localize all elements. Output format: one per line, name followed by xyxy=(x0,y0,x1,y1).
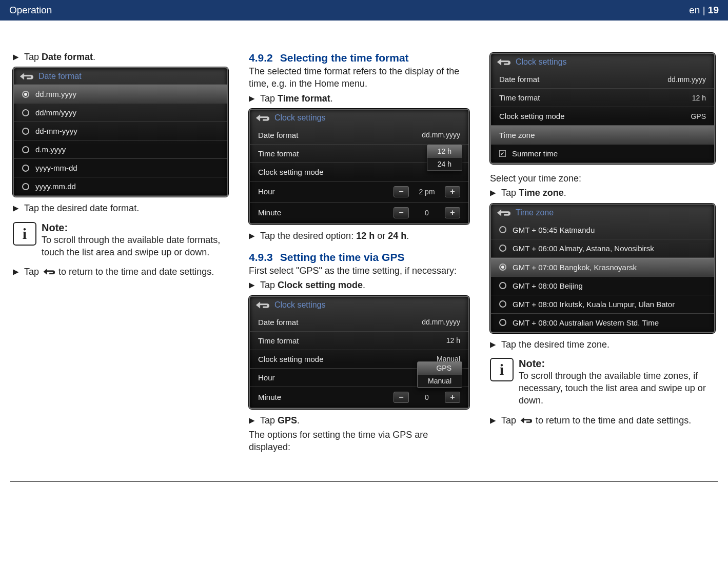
section-title: Operation xyxy=(9,5,52,16)
minus-button[interactable]: − xyxy=(393,207,409,218)
list-item-label: dd/mm/yyyy xyxy=(35,108,76,117)
plus-button[interactable]: + xyxy=(445,392,460,403)
row-clock-setting-mode[interactable]: Clock setting modeGPS xyxy=(491,107,714,126)
list-item[interactable]: dd.mm.yyyy xyxy=(14,85,227,104)
list-item[interactable]: GMT + 07:00 Bangkok, Krasnoyarsk xyxy=(491,258,714,277)
intro-4-9-3: First select "GPS" as the time setting, … xyxy=(249,265,469,277)
list-item-label: GMT + 08:00 Australian Western Std. Time xyxy=(513,318,659,327)
radio-icon[interactable] xyxy=(22,109,29,116)
list-item[interactable]: GMT + 08:00 Irkutsk, Kuala Lumpur, Ulan … xyxy=(491,295,714,314)
device-title: Clock settings xyxy=(516,57,567,67)
note-time-zone: i Note: To scroll through the available … xyxy=(490,358,715,407)
column-2: 4.9.2 Selecting the time format The sele… xyxy=(249,49,469,456)
back-icon[interactable] xyxy=(496,57,510,67)
minus-button[interactable]: − xyxy=(393,392,409,403)
back-icon[interactable] xyxy=(19,71,33,82)
row-hour: Hour − 2 pm + xyxy=(250,181,468,202)
info-icon: i xyxy=(490,358,514,381)
gps-after-text: The options for setting the time via GPS… xyxy=(249,429,469,454)
row-date-format[interactable]: Date formatdd.mm.yyyy xyxy=(491,70,714,89)
radio-icon[interactable] xyxy=(499,282,506,289)
note-title: Note: xyxy=(519,358,715,370)
step-tap-date-format: ▶ Tap Date format. xyxy=(13,51,228,63)
step-tap-time-zone: ▶ Tap Time zone. xyxy=(490,187,715,199)
radio-icon[interactable] xyxy=(22,146,29,153)
step-tap-clock-setting-mode: ▶ Tap Clock setting mode. xyxy=(249,279,469,291)
note-text: To scroll through the available time zon… xyxy=(519,370,715,407)
screenshot-time-format: Clock settings Date formatdd.mm.yyyy Tim… xyxy=(249,109,469,225)
radio-icon[interactable] xyxy=(22,183,29,190)
step-tap-desired-time-format: ▶ Tap the desired option: 12 h or 24 h. xyxy=(249,230,469,242)
list-item-label: dd.mm.yyyy xyxy=(35,90,76,98)
step-tap-back-2: ▶ Tap to return to the time and date set… xyxy=(490,414,715,427)
row-hour: Hour GPS Manual xyxy=(250,369,468,387)
plus-button[interactable]: + xyxy=(445,186,460,197)
radio-icon[interactable] xyxy=(22,128,29,135)
tz-intro: Select your time zone: xyxy=(490,172,715,185)
radio-icon[interactable] xyxy=(22,91,29,98)
back-icon[interactable] xyxy=(496,208,510,218)
plus-button[interactable]: + xyxy=(445,207,460,218)
radio-icon[interactable] xyxy=(499,245,506,252)
hour-stepper: − 2 pm + xyxy=(393,186,460,197)
list-item[interactable]: GMT + 08:00 Australian Western Std. Time xyxy=(491,314,714,332)
step-tap-gps: ▶ Tap GPS. xyxy=(249,414,469,427)
row-clock-setting-mode[interactable]: Clock setting mode 12 h 24 h xyxy=(250,163,468,181)
dropdown-time-format: 12 h 24 h xyxy=(427,145,462,171)
device-titlebar: Date format xyxy=(14,68,227,85)
option-manual[interactable]: Manual xyxy=(418,375,462,388)
row-date-format[interactable]: Date formatdd.mm.yyyy xyxy=(250,313,468,332)
list-item[interactable]: yyyy-mm-dd xyxy=(14,159,227,177)
list-item-label: GMT + 08:00 Beijing xyxy=(513,281,583,290)
back-icon[interactable] xyxy=(255,113,269,123)
minute-stepper: − 0 + xyxy=(393,207,460,218)
list-item[interactable]: GMT + 06:00 Almaty, Astana, Novosibirsk xyxy=(491,239,714,258)
minus-button[interactable]: − xyxy=(393,186,409,197)
radio-icon[interactable] xyxy=(499,226,506,233)
page-header: Operation en | 19 xyxy=(0,0,728,21)
list-item[interactable]: dd-mm-yyyy xyxy=(14,122,227,140)
option-12h[interactable]: 12 h xyxy=(427,145,462,158)
radio-icon[interactable] xyxy=(499,264,506,271)
heading-4-9-2: 4.9.2 Selecting the time format xyxy=(249,52,469,64)
list-item-label: GMT + 05:45 Katmandu xyxy=(513,226,595,234)
radio-icon[interactable] xyxy=(499,300,506,308)
note-date-format: i Note: To scroll through the available … xyxy=(13,222,228,259)
checkbox-icon[interactable]: ✓ xyxy=(499,150,506,157)
back-icon xyxy=(520,416,532,424)
list-item[interactable]: yyyy.mm.dd xyxy=(14,177,227,196)
screenshot-clock-setting-mode: Clock settings Date formatdd.mm.yyyy Tim… xyxy=(249,296,469,409)
list-item-label: dd-mm-yyyy xyxy=(35,127,77,135)
column-3: Clock settings Date formatdd.mm.yyyy Tim… xyxy=(490,49,715,456)
screenshot-gps-settings: Clock settings Date formatdd.mm.yyyy Tim… xyxy=(490,53,715,164)
step-tap-desired-date-format: ▶ Tap the desired date format. xyxy=(13,202,228,214)
row-summer-time[interactable]: ✓Summer time xyxy=(491,145,714,163)
note-title: Note: xyxy=(42,222,228,234)
radio-icon[interactable] xyxy=(22,165,29,172)
intro-4-9-2: The selected time format refers to the d… xyxy=(249,65,469,90)
list-item[interactable]: GMT + 08:00 Beijing xyxy=(491,277,714,295)
device-title: Clock settings xyxy=(274,113,326,123)
note-text: To scroll through the available date for… xyxy=(42,234,228,259)
info-icon: i xyxy=(13,222,36,246)
back-icon[interactable] xyxy=(255,300,269,310)
option-gps[interactable]: GPS xyxy=(418,362,462,375)
row-time-format[interactable]: Time format12 h xyxy=(250,332,468,350)
row-minute: Minute − 0 + xyxy=(250,387,468,408)
dropdown-clock-mode: GPS Manual xyxy=(417,361,462,388)
list-item-label: GMT + 07:00 Bangkok, Krasnoyarsk xyxy=(513,263,637,272)
list-item[interactable]: d.m.yyyy xyxy=(14,140,227,159)
option-24h[interactable]: 24 h xyxy=(427,158,462,171)
radio-icon[interactable] xyxy=(499,319,506,326)
row-time-zone[interactable]: Time zone xyxy=(491,126,714,145)
screenshot-time-zone: Time zone GMT + 05:45 KatmanduGMT + 06:0… xyxy=(490,204,715,333)
list-item-label: d.m.yyyy xyxy=(35,145,66,154)
list-item[interactable]: GMT + 05:45 Katmandu xyxy=(491,221,714,239)
list-item-label: yyyy.mm.dd xyxy=(35,182,76,191)
row-date-format[interactable]: Date formatdd.mm.yyyy xyxy=(250,126,468,145)
list-item[interactable]: dd/mm/yyyy xyxy=(14,104,227,122)
minute-stepper: − 0 + xyxy=(393,392,460,403)
row-time-format[interactable]: Time format12 h xyxy=(491,89,714,107)
device-title: Clock settings xyxy=(274,300,326,310)
column-1: ▶ Tap Date format. Date format dd.mm.yyy… xyxy=(13,49,228,456)
